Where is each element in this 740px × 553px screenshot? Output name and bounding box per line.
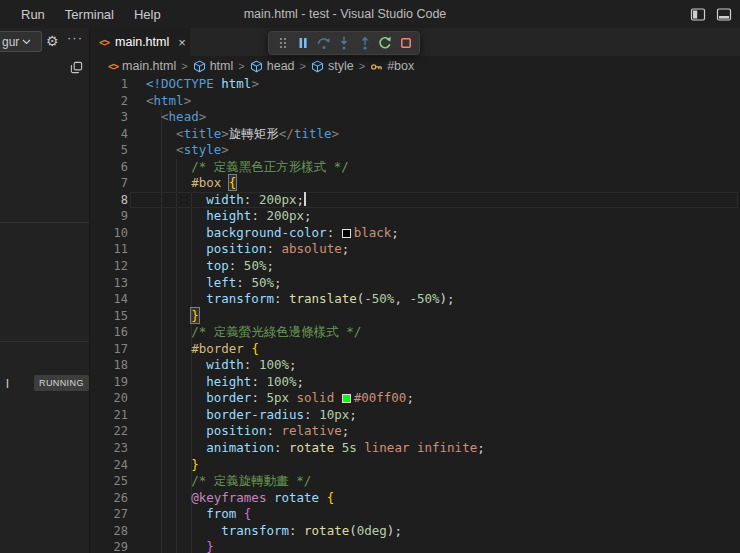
line-number[interactable]: 12 [90, 258, 128, 275]
code-token: { [327, 490, 335, 505]
code-token: /* 定義旋轉動畫 */ [191, 473, 311, 488]
code-line-14[interactable]: 14 transform: translate(-50%, -50%); [90, 291, 740, 308]
code-line-6[interactable]: 6 /* 定義黑色正方形樣式 */ [90, 159, 740, 176]
line-number[interactable]: 27 [90, 506, 128, 523]
code-token: : [251, 390, 266, 405]
code-token [319, 490, 327, 505]
line-number[interactable]: 20 [90, 390, 128, 407]
code-token [146, 109, 161, 124]
code-editor[interactable]: 1<!DOCTYPE html>2<html>3 <head>4 <title>… [90, 76, 740, 553]
code-line-21[interactable]: 21 border-radius: 10px; [90, 407, 740, 424]
code-line-10[interactable]: 10 background-color: black; [90, 225, 740, 242]
line-number[interactable]: 1 [90, 76, 128, 93]
code-line-25[interactable]: 25 /* 定義旋轉動畫 */ [90, 473, 740, 490]
line-number[interactable]: 28 [90, 523, 128, 540]
step-over-button[interactable] [314, 33, 333, 53]
more-actions-icon[interactable]: ··· [67, 30, 83, 45]
line-number[interactable]: 13 [90, 275, 128, 292]
code-token: /* 定義螢光綠色邊條樣式 */ [191, 324, 361, 339]
line-number[interactable]: 2 [90, 93, 128, 110]
code-token: ; [447, 291, 455, 306]
code-token: ; [342, 423, 350, 438]
line-number[interactable]: 18 [90, 357, 128, 374]
tab-main-html[interactable]: <> main.html × [90, 28, 190, 56]
code-line-7[interactable]: 7 #box { [90, 175, 740, 192]
line-number[interactable]: 23 [90, 440, 128, 457]
restart-button[interactable] [376, 33, 395, 53]
code-line-16[interactable]: 16 /* 定義螢光綠色邊條樣式 */ [90, 324, 740, 341]
code-line-4[interactable]: 4 <title>旋轉矩形</title> [90, 126, 740, 143]
line-number[interactable]: 10 [90, 225, 128, 242]
code-line-17[interactable]: 17 #border { [90, 341, 740, 358]
code-token: 200px [259, 192, 297, 207]
line-number[interactable]: 21 [90, 407, 128, 424]
line-number[interactable]: 4 [90, 126, 128, 143]
code-line-19[interactable]: 19 height: 100%; [90, 374, 740, 391]
breadcrumb-item-box[interactable]: #box [370, 59, 414, 73]
code-line-27[interactable]: 27 from { [90, 506, 740, 523]
code-line-12[interactable]: 12 top: 50%; [90, 258, 740, 275]
line-number[interactable]: 7 [90, 175, 128, 192]
code-line-22[interactable]: 22 position: relative; [90, 423, 740, 440]
call-stack-session-row[interactable]: l RUNNING [0, 374, 89, 394]
line-number[interactable]: 5 [90, 142, 128, 159]
debug-config-dropdown[interactable]: gur [0, 31, 42, 52]
gear-icon[interactable]: ⚙ [46, 33, 59, 49]
line-number[interactable]: 11 [90, 241, 128, 258]
code-line-18[interactable]: 18 width: 100%; [90, 357, 740, 374]
line-number[interactable]: 9 [90, 208, 128, 225]
code-token: ; [342, 241, 350, 256]
toggle-panel-icon[interactable] [716, 7, 732, 22]
code-token [146, 159, 191, 174]
line-number[interactable]: 17 [90, 341, 128, 358]
close-icon[interactable]: × [178, 36, 186, 49]
menu-help[interactable]: Help [125, 4, 170, 25]
code-line-11[interactable]: 11 position: absolute; [90, 241, 740, 258]
line-number[interactable]: 14 [90, 291, 128, 308]
code-line-28[interactable]: 28 transform: rotate(0deg); [90, 523, 740, 540]
line-number[interactable]: 8 [90, 192, 128, 209]
code-line-29[interactable]: 29 } [90, 539, 740, 553]
drag-handle-button[interactable] [273, 33, 292, 53]
code-token: 100% [259, 357, 289, 372]
step-out-button[interactable] [355, 33, 374, 53]
line-number[interactable]: 22 [90, 423, 128, 440]
code-line-8[interactable]: 8 width: 200px; [90, 192, 740, 209]
code-line-23[interactable]: 23 animation: rotate 5s linear infinite; [90, 440, 740, 457]
breadcrumb-item-style[interactable]: style [311, 59, 354, 73]
menu-terminal[interactable]: Terminal [56, 4, 123, 25]
line-number[interactable]: 3 [90, 109, 128, 126]
code-line-24[interactable]: 24 } [90, 457, 740, 474]
code-token [146, 308, 191, 323]
code-line-20[interactable]: 20 border: 5px solid #00ff00; [90, 390, 740, 407]
code-line-2[interactable]: 2<html> [90, 93, 740, 110]
code-line-3[interactable]: 3 <head> [90, 109, 740, 126]
line-number[interactable]: 6 [90, 159, 128, 176]
code-line-26[interactable]: 26 @keyframes rotate { [90, 490, 740, 507]
pause-button[interactable] [294, 33, 313, 53]
breadcrumb-item-main.html[interactable]: <>main.html [108, 59, 176, 73]
code-token: , [394, 291, 409, 306]
line-number[interactable]: 26 [90, 490, 128, 507]
line-number[interactable]: 15 [90, 308, 128, 325]
code-line-1[interactable]: 1<!DOCTYPE html> [90, 76, 740, 93]
line-number[interactable]: 24 [90, 457, 128, 474]
step-into-button[interactable] [335, 33, 354, 53]
line-number[interactable]: 16 [90, 324, 128, 341]
line-number[interactable]: 29 [90, 539, 128, 553]
line-number[interactable]: 25 [90, 473, 128, 490]
code-token [409, 440, 417, 455]
toggle-sidebar-icon[interactable] [690, 7, 706, 22]
breadcrumb-item-html[interactable]: html [193, 59, 234, 73]
code-line-13[interactable]: 13 left: 50%; [90, 275, 740, 292]
code-token: > [332, 126, 340, 141]
code-line-9[interactable]: 9 height: 200px; [90, 208, 740, 225]
line-number[interactable]: 19 [90, 374, 128, 391]
stop-button[interactable] [396, 33, 415, 53]
breadcrumb-item-head[interactable]: head [250, 59, 295, 73]
copy-icon[interactable] [70, 60, 83, 78]
code-token [236, 506, 244, 521]
menu-run[interactable]: Run [12, 4, 54, 25]
code-line-15[interactable]: 15 } [90, 308, 740, 325]
code-line-5[interactable]: 5 <style> [90, 142, 740, 159]
